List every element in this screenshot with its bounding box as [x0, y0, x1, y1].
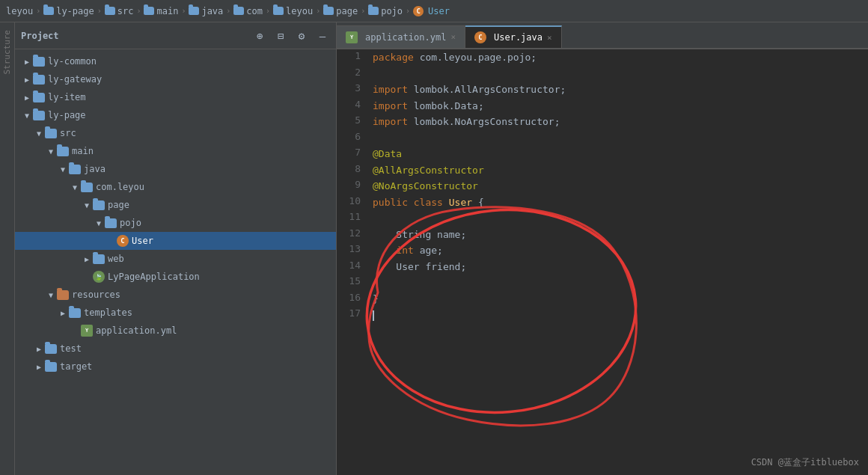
line-content: } — [367, 291, 868, 307]
tree-arrow — [21, 91, 33, 103]
collapse-icon[interactable]: ⊟ — [273, 28, 288, 43]
breadcrumb-item-leyou2[interactable]: leyou — [273, 6, 313, 16]
tree-item-application-yml[interactable]: Y application.yml — [15, 322, 336, 340]
tree-item-web[interactable]: web — [15, 250, 336, 268]
folder-icon — [45, 129, 57, 138]
tree-label: main — [72, 146, 94, 156]
breadcrumb-item-src[interactable]: src — [105, 6, 134, 16]
breadcrumb-item-page[interactable]: page — [323, 6, 358, 16]
tab-application-yml[interactable]: Y application.yml × — [337, 25, 465, 48]
line-number: 7 — [337, 146, 367, 162]
project-tree: ly-common ly-gateway ly-item ly- — [15, 49, 336, 475]
tree-item-ly-common[interactable]: ly-common — [15, 52, 336, 70]
folder-icon — [93, 200, 105, 210]
code-line-3: 3import lombok.AllArgsConstructor; — [337, 82, 868, 98]
line-number: 13 — [337, 242, 367, 259]
tree-item-src[interactable]: src — [15, 124, 336, 142]
yaml-icon: Y — [81, 325, 93, 337]
tree-item-pojo[interactable]: pojo — [15, 214, 336, 232]
line-number: 6 — [337, 130, 367, 147]
tab-bar: Y application.yml × C User.java × — [337, 22, 868, 49]
folder-icon — [93, 254, 105, 264]
folder-icon — [45, 362, 57, 372]
tree-item-com-leyou[interactable]: com.leyou — [15, 178, 336, 196]
code-line-1: 1package com.leyou.page.pojo; — [337, 49, 868, 66]
tree-arrow-empty — [105, 235, 117, 247]
tree-item-ly-page[interactable]: ly-page — [15, 106, 336, 124]
tree-arrow — [69, 181, 81, 193]
tab-user-java[interactable]: C User.java × — [465, 25, 562, 48]
tree-arrow — [57, 163, 69, 175]
code-editor[interactable]: 1package com.leyou.page.pojo;2 3import l… — [337, 49, 868, 475]
line-content: package com.leyou.page.pojo; — [367, 49, 868, 66]
minimize-icon[interactable]: — — [315, 28, 330, 43]
folder-icon — [69, 165, 81, 174]
breadcrumb-item-leyou[interactable]: leyou — [6, 6, 33, 16]
tree-label: pojo — [120, 218, 141, 228]
tab-close-user[interactable]: × — [547, 33, 552, 43]
structure-tab[interactable]: Structure — [1, 25, 13, 79]
tree-item-page[interactable]: page — [15, 196, 336, 214]
line-content: int age; — [367, 242, 868, 259]
line-number: 14 — [337, 259, 367, 275]
tree-arrow — [21, 109, 33, 121]
folder-icon — [57, 147, 69, 156]
line-content — [367, 66, 868, 82]
tab-close-yml[interactable]: × — [450, 32, 456, 42]
line-number: 12 — [337, 227, 367, 243]
tree-arrow — [81, 199, 93, 211]
yaml-tab-icon: Y — [346, 31, 358, 43]
tree-item-test[interactable]: test — [15, 340, 336, 358]
line-number: 5 — [337, 114, 367, 130]
folder-icon — [33, 75, 45, 85]
tree-item-java[interactable]: java — [15, 160, 336, 178]
tree-item-ly-item[interactable]: ly-item — [15, 88, 336, 106]
line-number: 2 — [337, 66, 367, 82]
breadcrumb-item-java[interactable]: java — [189, 6, 223, 16]
tree-item-ly-page-app[interactable]: 🍃 LyPageApplication — [15, 268, 336, 286]
folder-icon — [69, 308, 81, 318]
code-line-2: 2 — [337, 66, 868, 82]
settings-icon[interactable]: ⚙ — [294, 28, 309, 43]
code-line-7: 7@Data — [337, 146, 868, 162]
tree-arrow-empty — [81, 271, 93, 283]
line-content — [367, 307, 868, 323]
line-number: 16 — [337, 291, 367, 307]
tree-item-main[interactable]: main — [15, 142, 336, 160]
breadcrumb-item-com[interactable]: com — [233, 6, 263, 16]
class-icon: C — [413, 6, 424, 16]
code-line-16: 16} — [337, 291, 868, 307]
add-icon[interactable]: ⊕ — [252, 28, 267, 43]
line-content: @Data — [367, 146, 868, 162]
line-content — [367, 210, 868, 227]
line-content: String name; — [367, 227, 868, 243]
tree-label: ly-item — [48, 92, 86, 102]
tree-item-ly-gateway[interactable]: ly-gateway — [15, 70, 336, 88]
tree-label: java — [84, 164, 106, 174]
tree-label: page — [108, 200, 129, 210]
code-table: 1package com.leyou.page.pojo;2 3import l… — [337, 49, 868, 323]
tree-arrow — [21, 73, 33, 85]
tree-item-templates[interactable]: templates — [15, 304, 336, 322]
tree-item-target[interactable]: target — [15, 358, 336, 376]
line-content: import lombok.NoArgsConstructor; — [367, 114, 868, 130]
breadcrumb-item-main[interactable]: main — [144, 6, 178, 16]
tree-label: test — [60, 343, 82, 354]
line-content: public class User { — [367, 194, 868, 211]
breadcrumb-item-user[interactable]: C User — [413, 6, 450, 16]
breadcrumb-item-ly-page[interactable]: ly-page — [43, 6, 94, 16]
tree-label: ly-page — [48, 110, 86, 120]
code-line-8: 8@AllArgsConstructor — [337, 162, 868, 179]
line-number: 3 — [337, 82, 367, 98]
sidebar-header: Project ⊕ ⊟ ⚙ — — [15, 22, 336, 49]
tree-label: application.yml — [96, 325, 177, 336]
line-number: 11 — [337, 210, 367, 227]
tree-arrow — [21, 55, 33, 67]
folder-icon — [368, 7, 379, 15]
tree-item-resources[interactable]: resources — [15, 286, 336, 304]
tree-item-user[interactable]: C User — [15, 232, 336, 250]
code-line-5: 5import lombok.NoArgsConstructor; — [337, 114, 868, 130]
line-number: 9 — [337, 178, 367, 194]
folder-icon — [144, 7, 154, 15]
breadcrumb-item-pojo[interactable]: pojo — [368, 6, 403, 16]
